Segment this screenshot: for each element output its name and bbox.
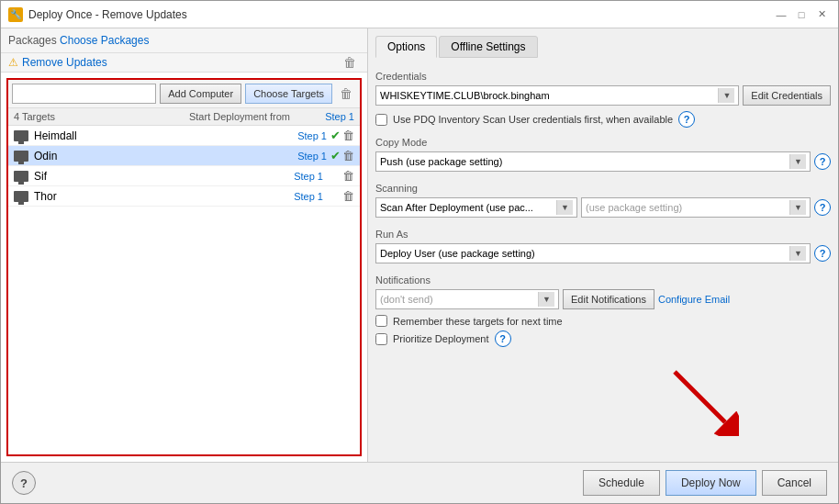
choose-packages-link[interactable]: Choose Packages bbox=[60, 34, 149, 47]
title-controls: — □ ✕ bbox=[772, 6, 831, 23]
maximize-button[interactable]: □ bbox=[792, 6, 811, 23]
dropdown-arrow-icon: ▼ bbox=[556, 200, 573, 215]
step-link[interactable]: Step 1 bbox=[294, 171, 323, 182]
tab-offline-settings[interactable]: Offline Settings bbox=[439, 36, 537, 58]
right-panel: Options Offline Settings Credentials WHI… bbox=[368, 28, 838, 462]
delete-target-icon[interactable]: 🗑 bbox=[342, 129, 354, 142]
credentials-checkbox-label: Use PDQ Inventory Scan User credentials … bbox=[393, 114, 673, 125]
run-as-row: Deploy User (use package setting) ▼ ? bbox=[375, 243, 831, 263]
scanning-help-icon[interactable]: ? bbox=[814, 199, 831, 216]
credentials-row: WHISKEYTIME.CLUB\brock.bingham ▼ Edit Cr… bbox=[375, 85, 831, 106]
arrow-container bbox=[375, 351, 831, 454]
scanning-label: Scanning bbox=[375, 183, 831, 194]
svg-line-1 bbox=[675, 372, 725, 422]
add-computer-button[interactable]: Add Computer bbox=[160, 84, 241, 104]
computer-icon bbox=[14, 151, 28, 162]
notifications-dropdown[interactable]: (don't send) ▼ bbox=[375, 289, 559, 309]
targets-box: Add Computer Choose Targets 🗑 4 Targets … bbox=[6, 78, 362, 456]
minimize-button[interactable]: — bbox=[772, 6, 790, 23]
check-icon: ✔ bbox=[330, 129, 341, 142]
table-row[interactable]: Sif Step 1 🗑 bbox=[8, 166, 360, 186]
bottom-left: ? bbox=[12, 471, 36, 495]
choose-targets-button[interactable]: Choose Targets bbox=[245, 84, 332, 104]
step-link[interactable]: Step 1 bbox=[297, 130, 327, 141]
delete-target-icon[interactable]: 🗑 bbox=[342, 149, 354, 162]
computer-icon bbox=[14, 171, 28, 182]
target-name: Sif bbox=[34, 170, 294, 183]
copy-mode-help-icon[interactable]: ? bbox=[814, 153, 831, 170]
targets-count-label: 4 Targets bbox=[14, 111, 180, 122]
help-button[interactable]: ? bbox=[12, 471, 36, 495]
dropdown-arrow-icon: ▼ bbox=[538, 292, 554, 307]
left-panel: Packages Choose Packages ⚠ Remove Update… bbox=[1, 28, 368, 462]
target-name: Heimdall bbox=[34, 129, 297, 142]
table-row[interactable]: Heimdall Step 1 ✔ 🗑 bbox=[8, 126, 360, 146]
copy-mode-dropdown[interactable]: Push (use package setting) ▼ bbox=[375, 151, 811, 172]
remember-targets-checkbox[interactable] bbox=[375, 315, 387, 327]
scanning-secondary-dropdown[interactable]: (use package setting) ▼ bbox=[581, 197, 811, 218]
prioritize-deployment-row: Prioritize Deployment ? bbox=[375, 330, 831, 347]
computer-icon bbox=[14, 130, 28, 141]
delete-target-icon[interactable]: 🗑 bbox=[342, 189, 354, 203]
targets-header: 4 Targets Start Deployment from Step 1 bbox=[8, 108, 360, 126]
check-icon: ✔ bbox=[330, 149, 341, 162]
title-bar: 🔧 Deploy Once - Remove Updates — □ ✕ bbox=[1, 1, 838, 28]
start-deployment-label: Start Deployment from bbox=[180, 111, 299, 122]
copy-mode-label: Copy Mode bbox=[375, 137, 831, 148]
copy-mode-row: Push (use package setting) ▼ ? bbox=[375, 151, 831, 172]
dropdown-arrow-icon: ▼ bbox=[718, 88, 734, 103]
app-icon: 🔧 bbox=[8, 7, 23, 22]
remove-updates-row: ⚠ Remove Updates 🗑 bbox=[1, 53, 367, 73]
notifications-label: Notifications bbox=[375, 274, 831, 286]
step-link[interactable]: Step 1 bbox=[294, 191, 323, 202]
bottom-right: Schedule Deploy Now Cancel bbox=[583, 470, 827, 496]
main-content: Packages Choose Packages ⚠ Remove Update… bbox=[1, 28, 838, 462]
packages-label: Packages bbox=[8, 34, 57, 47]
dropdown-arrow-icon: ▼ bbox=[789, 154, 806, 169]
scanning-primary-dropdown[interactable]: Scan After Deployment (use pac... ▼ bbox=[375, 197, 577, 218]
credentials-dropdown[interactable]: WHISKEYTIME.CLUB\brock.bingham ▼ bbox=[375, 85, 739, 106]
close-button[interactable]: ✕ bbox=[812, 6, 831, 23]
deploy-now-button[interactable]: Deploy Now bbox=[666, 470, 756, 496]
credentials-help-icon[interactable]: ? bbox=[678, 111, 695, 128]
scan-user-credentials-checkbox[interactable] bbox=[375, 114, 387, 126]
title-bar-left: 🔧 Deploy Once - Remove Updates bbox=[8, 7, 187, 22]
run-as-dropdown[interactable]: Deploy User (use package setting) ▼ bbox=[375, 243, 811, 263]
target-name: Thor bbox=[34, 190, 294, 203]
add-computer-input[interactable] bbox=[12, 84, 156, 104]
packages-header: Packages Choose Packages bbox=[1, 28, 367, 53]
tab-options[interactable]: Options bbox=[375, 36, 437, 58]
configure-email-link[interactable]: Configure Email bbox=[658, 294, 730, 305]
edit-notifications-button[interactable]: Edit Notifications bbox=[563, 289, 654, 309]
targets-clear-button[interactable]: 🗑 bbox=[336, 86, 356, 101]
run-as-label: Run As bbox=[375, 229, 831, 240]
delete-target-icon[interactable]: 🗑 bbox=[342, 169, 354, 183]
prioritize-help-icon[interactable]: ? bbox=[495, 330, 511, 347]
window-title: Deploy Once - Remove Updates bbox=[28, 8, 187, 21]
step-link[interactable]: Step 1 bbox=[297, 151, 327, 162]
header-step-link[interactable]: Step 1 bbox=[299, 111, 354, 122]
target-name: Odin bbox=[34, 150, 297, 162]
cancel-button[interactable]: Cancel bbox=[762, 470, 827, 496]
prioritize-deployment-label: Prioritize Deployment bbox=[393, 333, 489, 344]
run-as-help-icon[interactable]: ? bbox=[814, 245, 831, 262]
targets-list: Heimdall Step 1 ✔ 🗑 Odin Step 1 ✔ 🗑 bbox=[8, 126, 360, 454]
dropdown-arrow-icon: ▼ bbox=[789, 200, 806, 215]
schedule-button[interactable]: Schedule bbox=[583, 470, 660, 496]
remove-icon: ⚠ bbox=[8, 56, 18, 69]
prioritize-deployment-checkbox[interactable] bbox=[375, 333, 387, 345]
table-row[interactable]: Thor Step 1 🗑 bbox=[8, 186, 360, 207]
dropdown-arrow-icon: ▼ bbox=[789, 246, 806, 261]
remember-targets-label: Remember these targets for next time bbox=[393, 316, 563, 327]
credentials-label: Credentials bbox=[375, 71, 831, 82]
bottom-bar: ? Schedule Deploy Now Cancel bbox=[1, 462, 838, 503]
table-row[interactable]: Odin Step 1 ✔ 🗑 bbox=[8, 146, 360, 166]
targets-toolbar: Add Computer Choose Targets 🗑 bbox=[8, 80, 360, 108]
credentials-checkbox-row: Use PDQ Inventory Scan User credentials … bbox=[375, 111, 831, 128]
remove-updates-link[interactable]: Remove Updates bbox=[22, 56, 107, 69]
remove-trash-button[interactable]: 🗑 bbox=[340, 55, 360, 70]
notifications-row: (don't send) ▼ Edit Notifications Config… bbox=[375, 289, 831, 309]
edit-credentials-button[interactable]: Edit Credentials bbox=[743, 85, 831, 106]
scanning-row: Scan After Deployment (use pac... ▼ (use… bbox=[375, 197, 831, 218]
remember-targets-row: Remember these targets for next time bbox=[375, 315, 831, 327]
